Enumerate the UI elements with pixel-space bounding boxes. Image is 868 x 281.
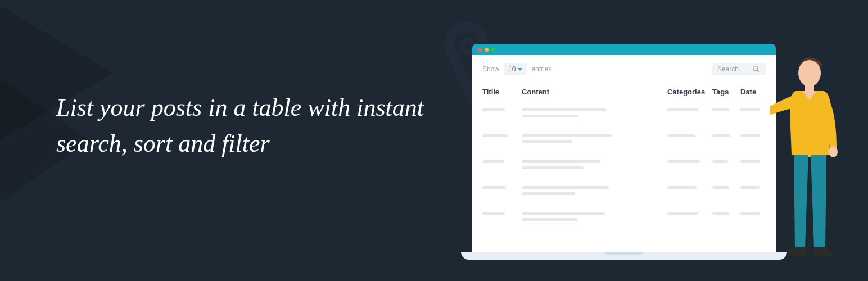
- search-icon: [752, 65, 760, 73]
- table-body: [482, 102, 766, 231]
- table-row: [482, 102, 766, 128]
- entries-value: 10: [508, 65, 516, 73]
- entries-selector[interactable]: Show 10 entries: [482, 63, 551, 75]
- laptop-screen: Show 10 entries Search Titile Content Ca…: [472, 55, 776, 252]
- laptop-notch: [604, 252, 644, 255]
- traffic-light-close-icon: [478, 48, 482, 52]
- entries-label: entries: [531, 65, 551, 73]
- headline-text: List your posts in a table with instant …: [56, 90, 450, 162]
- table-row: [482, 179, 766, 205]
- col-date[interactable]: Date: [740, 88, 766, 96]
- window-titlebar: [472, 44, 776, 55]
- col-content[interactable]: Content: [522, 88, 667, 96]
- col-categories[interactable]: Categories: [667, 88, 712, 96]
- search-placeholder: Search: [717, 65, 739, 73]
- laptop-mockup: Show 10 entries Search Titile Content Ca…: [472, 44, 776, 252]
- svg-point-4: [753, 66, 758, 71]
- person-illustration: [770, 56, 843, 264]
- show-label: Show: [482, 65, 499, 73]
- svg-rect-7: [805, 84, 814, 91]
- traffic-light-min-icon: [485, 48, 489, 52]
- caret-down-icon: [518, 68, 522, 71]
- table-row: [482, 153, 766, 179]
- table-header: Titile Content Categories Tags Date: [482, 88, 766, 102]
- svg-point-9: [829, 146, 838, 157]
- entries-dropdown[interactable]: 10: [504, 63, 527, 75]
- table-row: [482, 128, 766, 153]
- svg-point-6: [798, 60, 821, 87]
- traffic-light-max-icon: [491, 48, 495, 52]
- svg-line-5: [757, 70, 760, 72]
- laptop-base: [461, 252, 787, 260]
- search-input[interactable]: Search: [712, 63, 766, 75]
- table-row: [482, 205, 766, 231]
- table-controls: Show 10 entries Search: [482, 63, 766, 75]
- col-tags[interactable]: Tags: [712, 88, 740, 96]
- col-title[interactable]: Titile: [482, 88, 522, 96]
